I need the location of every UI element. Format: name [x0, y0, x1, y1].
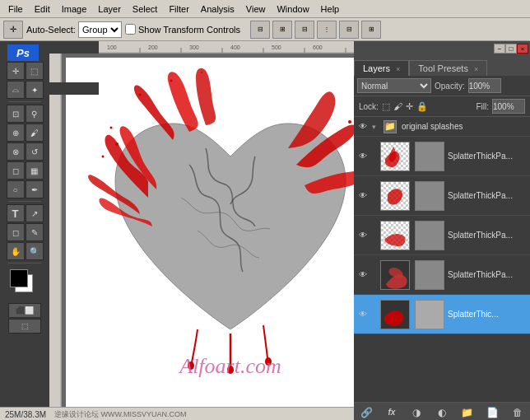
svg-text:300: 300 — [189, 44, 199, 50]
path-select-tool[interactable]: ↗ — [26, 204, 44, 222]
layer-name-3: SplatterThickPa... — [448, 231, 513, 240]
move-tool[interactable]: ✛ — [7, 62, 25, 80]
layer-visibility-toggle-0[interactable]: 👁 — [357, 121, 369, 133]
new-layer-button[interactable]: 📄 — [484, 405, 500, 420]
svg-point-23 — [348, 120, 351, 124]
menu-filter[interactable]: Filter — [164, 2, 193, 16]
layer-item-3[interactable]: 👁 SplatterThickPa... — [354, 216, 530, 255]
tool-presets-tab[interactable]: Tool Presets × — [409, 60, 487, 76]
menu-select[interactable]: Select — [128, 2, 163, 16]
opacity-input[interactable] — [468, 78, 501, 93]
menu-image[interactable]: Image — [57, 2, 92, 16]
arrange-button[interactable]: ⊞ — [361, 21, 381, 39]
layer-visibility-toggle-5[interactable]: 👁 — [357, 309, 369, 320]
lasso-tool[interactable]: ⌓ — [7, 81, 25, 99]
dodge-tool[interactable]: ○ — [7, 180, 25, 198]
magic-wand-tool[interactable]: ✦ — [26, 81, 44, 99]
layer-mask-thumbnail-1 — [415, 142, 444, 171]
zoom-tool[interactable]: 🔍 — [26, 242, 44, 260]
blend-mode-select[interactable]: Normal Multiply Screen — [357, 78, 431, 93]
layer-mask-thumbnail-2 — [415, 181, 444, 211]
layer-visibility-toggle-3[interactable]: 👁 — [357, 230, 369, 241]
color-swatches[interactable] — [10, 269, 40, 299]
layer-effects-button[interactable]: fx — [384, 405, 400, 420]
align-left-button[interactable]: ⊟ — [250, 21, 270, 39]
layer-expand-arrow[interactable]: ▾ — [372, 123, 380, 131]
selection-tools: ✛ ⬚ — [7, 62, 44, 80]
layer-mask-button[interactable]: ◑ — [408, 405, 425, 420]
move-tool-button[interactable]: ✛ — [3, 21, 23, 39]
menu-view[interactable]: View — [241, 2, 271, 16]
toolbox: Ps ✛ ⬚ ⌓ ✦ ⊡ ⚲ ⊕ 🖌 ⊗ ↺ ◻ ▦ ○ ✒ — [0, 41, 49, 404]
align-right-button[interactable]: ⊟ — [295, 21, 314, 39]
lock-transparent-icon[interactable]: ⬚ — [382, 101, 390, 112]
layer-thumbnail-1 — [380, 142, 410, 171]
layers-panel: − □ × Layers × Tool Presets × Normal Mul… — [354, 41, 530, 420]
layers-tabs: Layers × Tool Presets × — [354, 56, 530, 76]
minimize-button[interactable]: − — [494, 44, 505, 54]
svg-text:200: 200 — [148, 44, 158, 50]
quick-mask-button[interactable]: ⬛⬜ — [8, 303, 41, 318]
svg-point-27 — [170, 80, 173, 82]
crop-tool[interactable]: ⊡ — [7, 105, 25, 123]
foreground-color-swatch[interactable] — [10, 269, 28, 287]
new-group-button[interactable]: 📁 — [459, 405, 476, 420]
svg-text:600: 600 — [313, 44, 323, 50]
type-tool[interactable]: T — [7, 204, 25, 222]
layer-mask-thumbnail-5 — [415, 300, 444, 329]
menu-window[interactable]: Window — [272, 2, 314, 16]
layer-item-4[interactable]: 👁 SplatterThickPa... — [354, 255, 530, 295]
layer-visibility-toggle-2[interactable]: 👁 — [357, 190, 369, 202]
doc-size: 25M/38.3M — [5, 410, 46, 419]
transform-controls-option[interactable]: Show Transform Controls — [125, 24, 240, 35]
menu-analysis[interactable]: Analysis — [196, 2, 239, 16]
layers-tab[interactable]: Layers × — [354, 60, 409, 76]
svg-point-22 — [110, 127, 113, 129]
lock-image-icon[interactable]: 🖌 — [393, 101, 402, 111]
align-center-button[interactable]: ⊞ — [272, 21, 292, 39]
layer-item-5[interactable]: 👁 SplatterThic... — [354, 295, 530, 334]
close-button[interactable]: × — [517, 44, 528, 54]
layer-name-2: SplatterThickPa... — [448, 191, 513, 200]
selection-tool[interactable]: ⬚ — [26, 62, 44, 80]
layers-tab-close[interactable]: × — [396, 65, 400, 73]
lock-all-icon[interactable]: 🔒 — [416, 101, 428, 112]
transform-controls-checkbox[interactable] — [125, 24, 136, 35]
delete-layer-button[interactable]: 🗑 — [509, 405, 526, 420]
layer-visibility-toggle-4[interactable]: 👁 — [357, 269, 369, 281]
menu-edit[interactable]: Edit — [30, 2, 55, 16]
auto-select-dropdown[interactable]: Group Layer — [78, 21, 122, 38]
maximize-button[interactable]: □ — [505, 44, 517, 54]
opacity-label: Opacity: — [435, 82, 465, 91]
canvas-area[interactable]: Alfoart.com — [62, 54, 403, 416]
screen-mode-button[interactable]: ⬚ — [8, 319, 41, 334]
layer-item-2[interactable]: 👁 SplatterThickPa... — [354, 176, 530, 216]
pen-tool[interactable]: ✒ — [26, 180, 44, 198]
lock-position-icon[interactable]: ✛ — [406, 101, 413, 112]
menu-layer[interactable]: Layer — [93, 2, 126, 16]
brush-tool[interactable]: 🖌 — [26, 124, 44, 142]
healing-brush-tool[interactable]: ⊕ — [7, 124, 25, 142]
notes-tool[interactable]: ✎ — [26, 223, 44, 241]
layer-item-1[interactable]: 👁 SplatterThickPa... — [354, 137, 530, 176]
layer-group-original[interactable]: 👁 ▾ 📁 original splashes — [354, 117, 530, 137]
distribute-button[interactable]: ⋮ — [317, 21, 337, 39]
gradient-tool[interactable]: ▦ — [26, 161, 44, 180]
tool-presets-tab-close[interactable]: × — [474, 65, 478, 73]
adjustment-layer-button[interactable]: ◐ — [434, 405, 450, 420]
layer-visibility-toggle-1[interactable]: 👁 — [357, 151, 369, 162]
menu-file[interactable]: File — [3, 2, 28, 16]
eyedropper-tool[interactable]: ⚲ — [26, 105, 44, 123]
eraser-tool[interactable]: ◻ — [7, 161, 25, 180]
align-top-button[interactable]: ⊟ — [339, 21, 359, 39]
shape-tool[interactable]: ◻ — [7, 223, 25, 241]
link-layers-button[interactable]: 🔗 — [358, 405, 374, 420]
menu-help[interactable]: Help — [316, 2, 345, 16]
clone-stamp-tool[interactable]: ⊗ — [7, 142, 25, 161]
fill-input[interactable] — [492, 99, 525, 114]
layer-thumbnail-4 — [380, 260, 410, 290]
history-brush-tool[interactable]: ↺ — [26, 142, 44, 161]
hand-tool[interactable]: ✋ — [7, 242, 25, 260]
layer-name-4: SplatterThickPa... — [448, 270, 513, 279]
svg-point-20 — [115, 142, 119, 146]
